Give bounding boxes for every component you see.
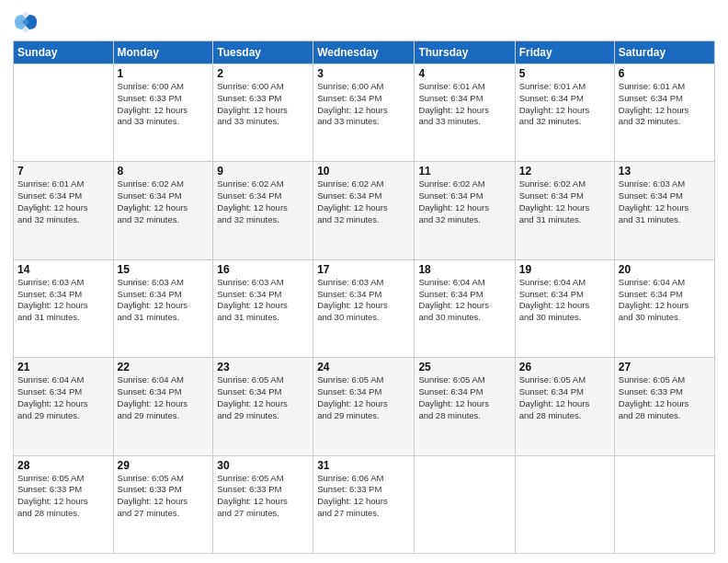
calendar-cell: 3Sunrise: 6:00 AM Sunset: 6:34 PM Daylig…: [313, 64, 415, 162]
calendar-cell: 20Sunrise: 6:04 AM Sunset: 6:34 PM Dayli…: [614, 259, 714, 357]
day-number: 1: [118, 67, 210, 80]
week-row-2: 7Sunrise: 6:01 AM Sunset: 6:34 PM Daylig…: [14, 162, 715, 259]
calendar-cell: 2Sunrise: 6:00 AM Sunset: 6:33 PM Daylig…: [213, 64, 313, 162]
day-number: 26: [519, 361, 610, 373]
day-number: 20: [619, 263, 711, 276]
calendar-cell: 16Sunrise: 6:03 AM Sunset: 6:34 PM Dayli…: [213, 259, 313, 357]
col-header-wednesday: Wednesday: [313, 41, 415, 64]
day-info: Sunrise: 6:05 AM Sunset: 6:34 PM Dayligh…: [317, 374, 410, 421]
day-number: 21: [17, 361, 109, 373]
day-number: 23: [217, 361, 309, 373]
calendar-cell: [515, 455, 614, 553]
calendar-cell: 15Sunrise: 6:03 AM Sunset: 6:34 PM Dayli…: [113, 259, 213, 357]
day-info: Sunrise: 6:02 AM Sunset: 6:34 PM Dayligh…: [317, 178, 410, 225]
day-number: 25: [418, 361, 510, 373]
week-row-4: 21Sunrise: 6:04 AM Sunset: 6:34 PM Dayli…: [14, 358, 715, 455]
day-number: 4: [418, 67, 510, 80]
calendar-cell: 17Sunrise: 6:03 AM Sunset: 6:34 PM Dayli…: [313, 259, 415, 357]
day-info: Sunrise: 6:02 AM Sunset: 6:34 PM Dayligh…: [519, 178, 610, 225]
day-number: 12: [519, 165, 610, 178]
day-number: 29: [118, 459, 210, 472]
logo: [13, 9, 40, 35]
day-info: Sunrise: 6:05 AM Sunset: 6:33 PM Dayligh…: [17, 473, 109, 520]
day-number: 17: [317, 263, 410, 276]
calendar-cell: 10Sunrise: 6:02 AM Sunset: 6:34 PM Dayli…: [313, 162, 415, 259]
day-info: Sunrise: 6:04 AM Sunset: 6:34 PM Dayligh…: [418, 277, 510, 324]
calendar-page: SundayMondayTuesdayWednesdayThursdayFrid…: [0, 0, 728, 563]
day-info: Sunrise: 6:04 AM Sunset: 6:34 PM Dayligh…: [17, 374, 109, 421]
calendar-cell: [614, 455, 714, 553]
week-row-5: 28Sunrise: 6:05 AM Sunset: 6:33 PM Dayli…: [14, 455, 715, 553]
day-number: 8: [118, 165, 210, 178]
col-header-saturday: Saturday: [614, 41, 714, 64]
day-number: 9: [217, 165, 309, 178]
day-info: Sunrise: 6:03 AM Sunset: 6:34 PM Dayligh…: [17, 277, 109, 324]
day-number: 31: [317, 459, 410, 472]
day-number: 7: [17, 165, 109, 178]
week-row-1: 1Sunrise: 6:00 AM Sunset: 6:33 PM Daylig…: [14, 64, 715, 162]
day-info: Sunrise: 6:00 AM Sunset: 6:34 PM Dayligh…: [317, 81, 410, 128]
calendar-cell: 29Sunrise: 6:05 AM Sunset: 6:33 PM Dayli…: [113, 455, 213, 553]
day-info: Sunrise: 6:02 AM Sunset: 6:34 PM Dayligh…: [118, 178, 210, 225]
calendar-cell: 23Sunrise: 6:05 AM Sunset: 6:34 PM Dayli…: [213, 358, 313, 455]
calendar-cell: 1Sunrise: 6:00 AM Sunset: 6:33 PM Daylig…: [113, 64, 213, 162]
day-info: Sunrise: 6:04 AM Sunset: 6:34 PM Dayligh…: [619, 277, 711, 324]
calendar-cell: 28Sunrise: 6:05 AM Sunset: 6:33 PM Dayli…: [14, 455, 114, 553]
header: [13, 9, 715, 35]
day-info: Sunrise: 6:05 AM Sunset: 6:33 PM Dayligh…: [619, 374, 711, 421]
calendar-cell: 22Sunrise: 6:04 AM Sunset: 6:34 PM Dayli…: [113, 358, 213, 455]
calendar-cell: 25Sunrise: 6:05 AM Sunset: 6:34 PM Dayli…: [415, 358, 515, 455]
day-number: 16: [217, 263, 309, 276]
calendar-cell: [14, 64, 114, 162]
calendar-cell: 18Sunrise: 6:04 AM Sunset: 6:34 PM Dayli…: [415, 259, 515, 357]
day-number: 15: [118, 263, 210, 276]
day-number: 14: [17, 263, 109, 276]
day-info: Sunrise: 6:03 AM Sunset: 6:34 PM Dayligh…: [118, 277, 210, 324]
day-info: Sunrise: 6:05 AM Sunset: 6:34 PM Dayligh…: [519, 374, 610, 421]
day-number: 28: [17, 459, 109, 472]
col-header-monday: Monday: [113, 41, 213, 64]
calendar-cell: 7Sunrise: 6:01 AM Sunset: 6:34 PM Daylig…: [14, 162, 114, 259]
calendar-cell: 30Sunrise: 6:05 AM Sunset: 6:33 PM Dayli…: [213, 455, 313, 553]
day-info: Sunrise: 6:01 AM Sunset: 6:34 PM Dayligh…: [619, 81, 711, 128]
day-info: Sunrise: 6:03 AM Sunset: 6:34 PM Dayligh…: [619, 178, 711, 225]
day-info: Sunrise: 6:01 AM Sunset: 6:34 PM Dayligh…: [17, 178, 109, 225]
day-info: Sunrise: 6:02 AM Sunset: 6:34 PM Dayligh…: [217, 178, 309, 225]
col-header-thursday: Thursday: [415, 41, 515, 64]
day-number: 10: [317, 165, 410, 178]
day-info: Sunrise: 6:05 AM Sunset: 6:34 PM Dayligh…: [418, 374, 510, 421]
day-number: 6: [619, 67, 711, 80]
calendar-cell: 24Sunrise: 6:05 AM Sunset: 6:34 PM Dayli…: [313, 358, 415, 455]
col-header-friday: Friday: [515, 41, 614, 64]
calendar-cell: 19Sunrise: 6:04 AM Sunset: 6:34 PM Dayli…: [515, 259, 614, 357]
logo-icon: [13, 9, 39, 35]
calendar-cell: 4Sunrise: 6:01 AM Sunset: 6:34 PM Daylig…: [415, 64, 515, 162]
day-info: Sunrise: 6:03 AM Sunset: 6:34 PM Dayligh…: [217, 277, 309, 324]
day-info: Sunrise: 6:05 AM Sunset: 6:34 PM Dayligh…: [217, 374, 309, 421]
day-number: 11: [418, 165, 510, 178]
week-row-3: 14Sunrise: 6:03 AM Sunset: 6:34 PM Dayli…: [14, 259, 715, 357]
day-number: 3: [317, 67, 410, 80]
day-number: 27: [619, 361, 711, 373]
day-info: Sunrise: 6:04 AM Sunset: 6:34 PM Dayligh…: [519, 277, 610, 324]
calendar-cell: 31Sunrise: 6:06 AM Sunset: 6:33 PM Dayli…: [313, 455, 415, 553]
calendar-cell: 12Sunrise: 6:02 AM Sunset: 6:34 PM Dayli…: [515, 162, 614, 259]
day-info: Sunrise: 6:01 AM Sunset: 6:34 PM Dayligh…: [418, 81, 510, 128]
day-number: 30: [217, 459, 309, 472]
calendar-cell: 8Sunrise: 6:02 AM Sunset: 6:34 PM Daylig…: [113, 162, 213, 259]
day-info: Sunrise: 6:00 AM Sunset: 6:33 PM Dayligh…: [118, 81, 210, 128]
day-info: Sunrise: 6:01 AM Sunset: 6:34 PM Dayligh…: [519, 81, 610, 128]
day-number: 22: [118, 361, 210, 373]
header-row: SundayMondayTuesdayWednesdayThursdayFrid…: [14, 41, 715, 64]
calendar-cell: 21Sunrise: 6:04 AM Sunset: 6:34 PM Dayli…: [14, 358, 114, 455]
day-info: Sunrise: 6:02 AM Sunset: 6:34 PM Dayligh…: [418, 178, 510, 225]
col-header-sunday: Sunday: [14, 41, 114, 64]
day-number: 2: [217, 67, 309, 80]
day-info: Sunrise: 6:05 AM Sunset: 6:33 PM Dayligh…: [118, 473, 210, 520]
day-info: Sunrise: 6:03 AM Sunset: 6:34 PM Dayligh…: [317, 277, 410, 324]
day-number: 13: [619, 165, 711, 178]
calendar-cell: 13Sunrise: 6:03 AM Sunset: 6:34 PM Dayli…: [614, 162, 714, 259]
day-info: Sunrise: 6:06 AM Sunset: 6:33 PM Dayligh…: [317, 473, 410, 520]
col-header-tuesday: Tuesday: [213, 41, 313, 64]
calendar-cell: 6Sunrise: 6:01 AM Sunset: 6:34 PM Daylig…: [614, 64, 714, 162]
